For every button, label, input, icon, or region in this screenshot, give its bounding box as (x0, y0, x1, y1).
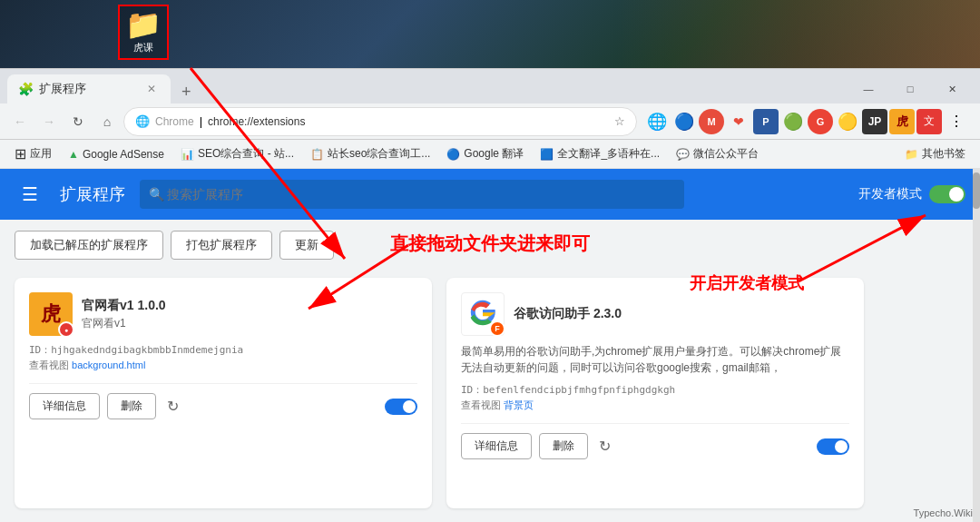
tab-title: 扩展程序 (39, 81, 86, 97)
browser-frame: 🧩 扩展程序 ✕ + — □ ✕ ← → ↻ ⌂ 🌐 Chrome | chro… (0, 68, 980, 169)
card-enable-toggle-2[interactable] (817, 438, 849, 455)
card-logo-badge-2: F (489, 320, 505, 337)
url-separator: | (200, 114, 202, 128)
card-enable-toggle-1[interactable] (385, 399, 417, 415)
search-input[interactable] (140, 180, 684, 209)
bookmark-wechat[interactable]: 💬 微信公众平台 (669, 143, 766, 164)
card-logo-2: F (461, 292, 505, 336)
card-id-1: ID：hjhgakedndgibagkbmbbInmdemejgnia (29, 343, 417, 357)
toolbar-icon-hu[interactable]: 虎 (889, 109, 915, 134)
svg-text:●: ● (64, 327, 68, 333)
bookmark-more[interactable]: 📁 其他书签 (897, 143, 973, 164)
bookmark-adsense[interactable]: ▲ Google AdSense (61, 145, 172, 163)
adsense-icon: ▲ (68, 148, 79, 161)
card-remove-button-1[interactable]: 删除 (107, 393, 156, 419)
hamburger-menu-button[interactable]: ☰ (15, 176, 45, 212)
toolbar-icons: 🌐 🔵 M ❤ P 🟢 G 🟡 JP 虎 文 ⋮ (641, 109, 973, 134)
tab-bar: 🧩 扩展程序 ✕ + — □ ✕ (0, 69, 980, 103)
card-subtitle-1: 官网看v1 (82, 316, 417, 331)
card-view-link-1[interactable]: background.html (72, 359, 145, 370)
maximize-button[interactable]: □ (889, 74, 931, 103)
url-actions: ☆ (614, 114, 625, 128)
toolbar-icon-3[interactable]: M (699, 109, 724, 134)
card-header-2: F 谷歌访问助手 2.3.0 (461, 292, 849, 336)
extensions-page: ☰ 扩展程序 🔍 开发者模式 加载已解压的扩展程序 打包扩展程序 更新 虎 ● (0, 169, 980, 522)
tab-close-button[interactable]: ✕ (143, 81, 160, 97)
toolbar-icon-5[interactable]: P (753, 109, 779, 134)
toolbar-icon-4[interactable]: ❤ (726, 109, 751, 134)
search-wrap: 🔍 (140, 180, 684, 209)
watermark: Typecho.Wiki (914, 507, 973, 518)
scrollbar-thumb[interactable] (973, 172, 980, 209)
refresh-button[interactable]: ↻ (65, 109, 91, 134)
card-details-button-2[interactable]: 详细信息 (461, 433, 532, 459)
scrollbar[interactable] (973, 168, 980, 522)
card-refresh-icon-1[interactable]: ↻ (163, 394, 182, 419)
search-icon: 🔍 (149, 187, 164, 202)
load-unpacked-button[interactable]: 加载已解压的扩展程序 (15, 231, 163, 260)
minimize-button[interactable]: — (848, 74, 889, 103)
toolbar-icon-8[interactable]: 🟡 (835, 109, 860, 134)
card-id-2: ID：befenlfendcipbjfmhgfpnfiphgdgkgh (461, 383, 849, 397)
extension-card-1: 虎 ● 官网看v1 1.0.0 官网看v1 ID：hjhgakedndgibag… (15, 278, 432, 508)
update-button[interactable]: 更新 (279, 231, 334, 260)
menu-button[interactable]: ⋮ (944, 109, 969, 134)
bookmark-seo2[interactable]: 📋 站长seo综合查询工... (303, 143, 437, 164)
url-path: chrome://extensions (208, 115, 305, 128)
card-view-link-2[interactable]: 背景页 (504, 399, 534, 410)
url-bar[interactable]: 🌐 Chrome | chrome://extensions ☆ (123, 107, 637, 136)
card-refresh-icon-2[interactable]: ↻ (595, 434, 614, 458)
bookmark-star-icon[interactable]: ☆ (614, 114, 625, 128)
card-view-2: 查看视图 背景页 (461, 399, 849, 412)
toolbar-icon-6[interactable]: 🟢 (780, 109, 806, 134)
drag-annotation: 直接拖动文件夹进来即可 (390, 231, 590, 256)
toolbar-icon-jp[interactable]: JP (862, 109, 887, 134)
card-info-2: 谷歌访问助手 2.3.0 (514, 306, 849, 322)
bookmark-seo1[interactable]: 📊 SEO综合查询 - 站... (173, 143, 301, 164)
dev-mode-toggle[interactable] (929, 185, 965, 203)
toolbar-icon-2[interactable]: 🔵 (671, 109, 697, 134)
close-button[interactable]: ✕ (931, 74, 973, 103)
fulltranslate-icon: 🟦 (540, 148, 554, 161)
toolbar-icon-translate[interactable]: 文 (916, 109, 942, 134)
card-logo-badge-1: ● (58, 321, 74, 338)
card-info-1: 官网看v1 1.0.0 官网看v1 (82, 298, 417, 331)
site-favicon-icon: 🌐 (135, 114, 150, 128)
bookmark-translate[interactable]: 🔵 Google 翻译 (439, 143, 531, 164)
apps-grid-icon: ⊞ (15, 145, 26, 163)
extensions-cards: 虎 ● 官网看v1 1.0.0 官网看v1 ID：hjhgakedndgibag… (0, 271, 980, 522)
card-footer-2: 详细信息 删除 ↻ (461, 423, 849, 459)
window-controls: — □ ✕ (848, 74, 980, 103)
extension-card-2: F 谷歌访问助手 2.3.0 最简单易用的谷歌访问助手,为chrome扩展用户量… (446, 278, 864, 508)
bookmarks-bar: ⊞ 应用 ▲ Google AdSense 📊 SEO综合查询 - 站... 📋… (0, 140, 980, 169)
toolbar-icon-1[interactable]: 🌐 (644, 109, 670, 134)
wechat-icon: 💬 (676, 148, 690, 161)
active-tab[interactable]: 🧩 扩展程序 ✕ (7, 74, 171, 103)
home-button[interactable]: ⌂ (94, 109, 120, 134)
extensions-nav-title: 扩展程序 (60, 183, 125, 205)
card-name-1: 官网看v1 1.0.0 (82, 298, 417, 314)
new-tab-button[interactable]: + (174, 80, 199, 103)
folder-bookmark-icon: 📁 (905, 148, 918, 161)
bookmark-fulltranslate[interactable]: 🟦 全文翻译_多语种在... (533, 143, 667, 164)
tab-favicon-icon: 🧩 (18, 82, 34, 96)
seo1-icon: 📊 (181, 148, 194, 161)
top-banner: 📁 虎课 (0, 0, 980, 68)
card-details-button-1[interactable]: 详细信息 (29, 393, 100, 419)
forward-button[interactable]: → (36, 109, 62, 134)
address-bar: ← → ↻ ⌂ 🌐 Chrome | chrome://extensions ☆… (0, 103, 980, 140)
devmode-annotation: 开启开发者模式 (690, 272, 804, 294)
back-button[interactable]: ← (7, 109, 33, 134)
card-desc-2: 最简单易用的谷歌访问助手,为chrome扩展用户量身打造。可以解决chrome扩… (461, 343, 849, 376)
url-chrome-label: Chrome (155, 115, 194, 128)
bookmark-apps-label: 应用 (30, 146, 52, 162)
toolbar-icon-7[interactable]: G (808, 109, 833, 134)
dev-mode-label: 开发者模式 (858, 186, 922, 202)
folder-icon-wrap[interactable]: 📁 虎课 (118, 5, 169, 60)
bookmark-apps[interactable]: ⊞ 应用 (7, 143, 59, 165)
card-view-1: 查看视图 background.html (29, 359, 417, 372)
card-logo-1: 虎 ● (29, 292, 73, 336)
folder-icon: 📁 (125, 10, 162, 39)
pack-extension-button[interactable]: 打包扩展程序 (171, 231, 272, 260)
card-remove-button-2[interactable]: 删除 (539, 433, 588, 459)
